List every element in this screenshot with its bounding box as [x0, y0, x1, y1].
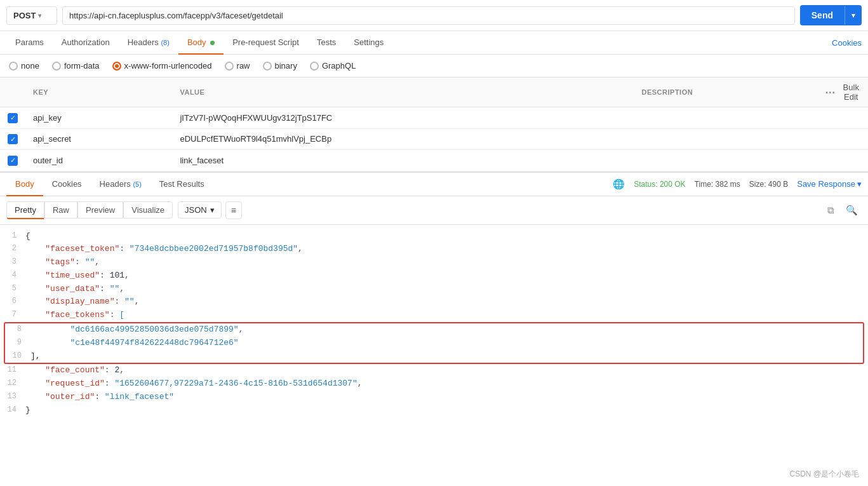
url-input[interactable] [62, 6, 795, 25]
json-line: 5 "user_data": "", [0, 283, 868, 296]
row-key: api_secret [25, 128, 172, 150]
view-visualize-button[interactable]: Visualize [123, 201, 173, 219]
cookies-link[interactable]: Cookies [832, 38, 862, 48]
body-dot-indicator [210, 41, 215, 45]
row-key: outer_id [25, 150, 172, 172]
radio-none [9, 62, 18, 71]
json-line: 4 "time_used": 101, [0, 269, 868, 283]
body-type-row: none form-data x-www-form-urlencoded raw… [0, 55, 868, 78]
bulk-edit-button[interactable]: Bulk Edit [842, 83, 861, 102]
globe-icon: 🌐 [613, 179, 625, 190]
tab-pre-request-script[interactable]: Pre-request Script [224, 31, 308, 55]
response-status: 🌐 Status: 200 OK Time: 382 ms Size: 490 … [613, 179, 862, 190]
json-line: 8 "dc6166ac49952850036d3ede075d7899", [5, 323, 863, 337]
table-row: ✓ api_secret eDULPcfETWuoRT9l4q51mvhlVpj… [0, 128, 868, 150]
row-description [634, 128, 817, 150]
copy-icon[interactable]: ⧉ [824, 202, 838, 219]
json-line: 1{ [0, 230, 868, 243]
search-icon[interactable]: 🔍 [842, 202, 862, 219]
json-line: 12 "request_id": "1652604677,97229a71-24… [0, 377, 868, 391]
row-value: jITzV7I-pWQoqHFXWUUgv312jTpS17FC [172, 107, 634, 129]
json-body: 1{2 "faceset_token": "734e8dcbbee2002ed7… [0, 225, 868, 422]
row-actions [817, 128, 868, 150]
method-chevron-icon: ▾ [38, 12, 41, 19]
row-actions [817, 107, 868, 129]
resp-tab-headers[interactable]: Headers (5) [91, 173, 150, 196]
resp-tab-body[interactable]: Body [6, 173, 43, 196]
row-description [634, 150, 817, 172]
tab-body[interactable]: Body [178, 31, 224, 55]
th-value: VALUE [172, 78, 634, 107]
body-type-none[interactable]: none [9, 61, 39, 71]
row-key: api_key [25, 107, 172, 129]
row-checkbox[interactable]: ✓ [8, 113, 18, 123]
method-select[interactable]: POST ▾ [6, 6, 57, 25]
json-line: 10], [5, 350, 863, 363]
view-preview-button[interactable]: Preview [77, 201, 123, 219]
tab-tests[interactable]: Tests [308, 31, 345, 55]
json-line: 14} [0, 404, 868, 417]
th-actions: ⋯ Bulk Edit [817, 78, 868, 107]
table-row: ✓ api_key jITzV7I-pWQoqHFXWUUgv312jTpS17… [0, 107, 868, 129]
row-actions [817, 150, 868, 172]
send-label: Send [800, 5, 845, 25]
json-line: 11 "face_count": 2, [0, 364, 868, 377]
resp-tab-test-results[interactable]: Test Results [150, 173, 213, 196]
radio-form-data [52, 62, 61, 71]
json-line: 7 "face_tokens": [ [0, 309, 868, 322]
body-type-urlencoded[interactable]: x-www-form-urlencoded [112, 61, 212, 71]
row-value: eDULPcfETWuoRT9l4q51mvhlVpj_ECBp [172, 128, 634, 150]
row-description [634, 107, 817, 129]
radio-graphql [310, 62, 319, 71]
tab-headers[interactable]: Headers (8) [119, 31, 178, 55]
method-label: POST [13, 11, 36, 20]
th-description: DESCRIPTION [634, 78, 817, 107]
tab-authorization[interactable]: Authorization [53, 31, 119, 55]
time-badge: Time: 382 ms [695, 180, 740, 189]
save-response-chevron-icon: ▾ [857, 179, 862, 189]
response-tabs: Body Cookies Headers (5) Test Results 🌐 … [0, 173, 868, 196]
row-value: link_faceset [172, 150, 634, 172]
format-chevron-icon: ▾ [210, 205, 215, 215]
send-chevron-icon[interactable]: ▾ [845, 6, 862, 25]
request-tabs: Params Authorization Headers (8) Body Pr… [0, 31, 868, 55]
status-badge: Status: 200 OK [634, 180, 685, 189]
url-bar: POST ▾ Send ▾ [0, 0, 868, 31]
save-response-button[interactable]: Save Response ▾ [797, 179, 862, 189]
body-type-binary[interactable]: binary [263, 61, 297, 71]
body-type-form-data[interactable]: form-data [52, 61, 100, 71]
body-type-graphql[interactable]: GraphQL [310, 61, 356, 71]
view-pretty-button[interactable]: Pretty [6, 201, 44, 219]
json-line: 6 "display_name": "", [0, 295, 868, 309]
radio-raw [225, 62, 234, 71]
json-line: 13 "outer_id": "link_faceset" [0, 391, 868, 404]
table-row: ✓ outer_id link_faceset [0, 150, 868, 172]
body-type-raw[interactable]: raw [225, 61, 250, 71]
json-line: 9 "c1e48f44974f842622448dc7964712e6" [5, 337, 863, 350]
th-checkbox [0, 78, 25, 107]
send-button[interactable]: Send ▾ [800, 5, 862, 25]
more-icon[interactable]: ⋯ [825, 86, 836, 98]
kv-table: KEY VALUE DESCRIPTION ⋯ Bulk Edit ✓ api_… [0, 78, 868, 172]
tab-settings[interactable]: Settings [345, 31, 392, 55]
response-toolbar: Pretty Raw Preview Visualize JSON ▾ ≡ ⧉ … [0, 196, 868, 225]
wrap-icon[interactable]: ≡ [225, 201, 242, 219]
json-line: 2 "faceset_token": "734e8dcbbee2002ed719… [0, 243, 868, 256]
tab-params[interactable]: Params [6, 31, 53, 55]
format-select[interactable]: JSON ▾ [178, 201, 222, 219]
th-key: KEY [25, 78, 172, 107]
radio-binary [263, 62, 272, 71]
view-raw-button[interactable]: Raw [44, 201, 77, 219]
size-badge: Size: 490 B [749, 180, 788, 189]
row-checkbox[interactable]: ✓ [8, 134, 18, 144]
row-checkbox[interactable]: ✓ [8, 156, 18, 166]
resp-tab-cookies[interactable]: Cookies [43, 173, 91, 196]
radio-urlencoded [112, 62, 121, 71]
json-line: 3 "tags": "", [0, 256, 868, 269]
